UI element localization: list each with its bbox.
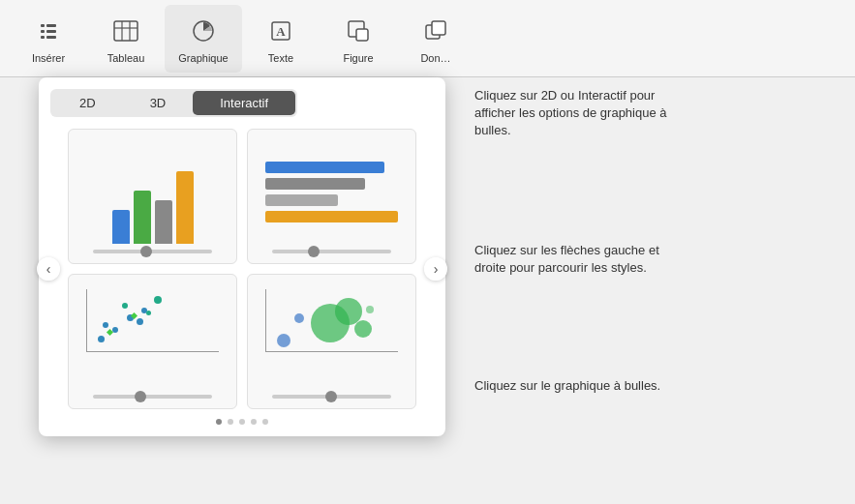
chart-option-bar-horizontal[interactable] — [247, 129, 416, 264]
dot-2[interactable] — [228, 419, 233, 425]
figure-icon — [341, 14, 376, 48]
toolbar-item-don[interactable]: Don… — [397, 5, 474, 73]
toolbar-label-figure: Figure — [343, 52, 373, 64]
chart-slider-thumb-2[interactable] — [308, 246, 320, 257]
callout-arrows-text: Cliquez sur les flèches gauche et droite… — [474, 242, 668, 277]
chart-icon — [186, 14, 221, 48]
scatter-chart-visual — [78, 284, 227, 389]
svg-rect-6 — [114, 21, 137, 41]
toolbar-label-tableau: Tableau — [107, 52, 145, 64]
dot-1[interactable] — [216, 419, 222, 425]
chart-grid — [68, 129, 416, 409]
toolbar-label-don: Don… — [420, 52, 450, 64]
chart-option-bar-vertical[interactable] — [68, 129, 237, 264]
chart-slider-thumb-3[interactable] — [135, 391, 146, 402]
list-icon — [31, 14, 66, 48]
callout-tabs-text: Cliquez sur 2D ou Interactif pour affich… — [474, 87, 668, 140]
bar-chart-visual — [78, 139, 227, 244]
chart-type-tabs: 2D 3D Interactif — [50, 89, 297, 117]
don-icon — [418, 14, 453, 48]
bubble-chart-visual — [258, 284, 406, 389]
text-icon: A — [263, 14, 298, 48]
chart-option-bubble[interactable] — [247, 274, 416, 409]
toolbar-item-graphique[interactable]: Graphique — [165, 5, 242, 73]
chart-slider-4[interactable] — [272, 395, 390, 399]
dot-5[interactable] — [262, 419, 268, 425]
dot-3[interactable] — [239, 419, 245, 425]
dot-4[interactable] — [251, 419, 257, 425]
svg-rect-4 — [41, 36, 45, 39]
chart-slider-3[interactable] — [93, 395, 211, 399]
tab-3d[interactable]: 3D — [123, 91, 194, 115]
toolbar-item-texte[interactable]: A Texte — [242, 5, 320, 73]
svg-rect-1 — [46, 24, 56, 27]
tab-interactif[interactable]: Interactif — [193, 91, 295, 115]
svg-rect-14 — [356, 29, 368, 41]
toolbar-label-graphique: Graphique — [178, 52, 228, 64]
svg-text:A: A — [276, 24, 286, 39]
chart-slider-thumb-4[interactable] — [325, 391, 337, 402]
svg-rect-0 — [41, 24, 45, 27]
svg-rect-5 — [46, 36, 56, 39]
callout-bubble-text: Cliquez sur le graphique à bulles. — [474, 377, 660, 395]
toolbar-item-figure[interactable]: Figure — [320, 5, 397, 73]
chart-option-scatter[interactable] — [68, 274, 237, 409]
table-icon — [108, 14, 143, 48]
toolbar-label-inserer: Insérer — [32, 52, 65, 64]
chart-picker-panel: 2D 3D Interactif ‹ — [39, 77, 445, 436]
hbar-chart-visual — [258, 139, 406, 244]
chart-slider-2[interactable] — [272, 250, 390, 253]
svg-rect-3 — [46, 30, 56, 33]
callout-area: Cliquez sur 2D ou Interactif pour affich… — [465, 77, 833, 503]
toolbar-label-texte: Texte — [268, 52, 293, 64]
svg-rect-16 — [432, 21, 445, 35]
svg-rect-2 — [41, 30, 45, 33]
tab-2d[interactable]: 2D — [52, 91, 123, 115]
chart-slider-thumb-1[interactable] — [140, 246, 152, 257]
prev-arrow[interactable]: ‹ — [37, 257, 60, 281]
toolbar-item-tableau[interactable]: Tableau — [87, 5, 165, 73]
pagination-dots — [50, 419, 434, 425]
toolbar-item-inserer[interactable]: Insérer — [10, 5, 87, 73]
chart-slider-1[interactable] — [93, 250, 211, 253]
next-arrow[interactable]: › — [424, 257, 447, 281]
toolbar: Insérer Tableau Graphique — [0, 0, 855, 77]
